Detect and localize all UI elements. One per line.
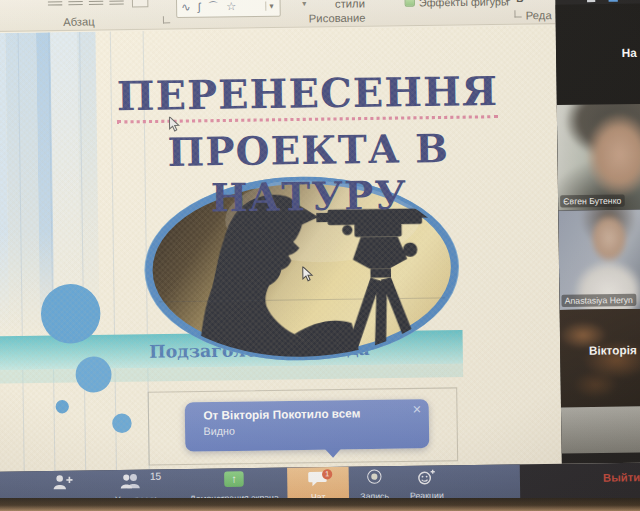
arrange-dropdown-icon[interactable]: ▾ — [302, 0, 306, 8]
drawing-dialog-launcher-icon[interactable] — [163, 16, 170, 23]
leave-meeting-button[interactable]: Выйти — [603, 471, 640, 484]
video-tile[interactable]: Євген Бутенко — [557, 104, 640, 211]
up-arrow-icon: ↑ — [231, 472, 237, 484]
share-screen-icon: ↑ — [224, 471, 244, 487]
select-cursor-icon[interactable]: ⊳ — [505, 0, 514, 4]
chat-notification-popup[interactable]: От Вікторія Покотило всем Видно ✕ — [185, 399, 430, 452]
slide-title-line1[interactable]: ПЕРЕНЕСЕННЯ — [116, 67, 498, 124]
shape-glyphs-icon: ∿ ʃ ⌒ ☆ — [181, 0, 238, 15]
more-icon[interactable]: ⋯ — [627, 0, 637, 1]
reactions-smiley-icon — [416, 469, 437, 487]
drawing-group-label: Рисование — [296, 11, 378, 24]
chat-unread-badge: 1 — [322, 469, 332, 479]
shape-effects-icon — [405, 0, 415, 7]
mouse-cursor-icon — [168, 116, 181, 133]
chat-notification-sender: От Вікторія Покотило всем — [203, 407, 404, 422]
screen-glare — [561, 406, 640, 453]
minimize-icon[interactable]: – — [567, 0, 573, 3]
shapes-gallery[interactable]: ∿ ʃ ⌒ ☆ ▾ — [176, 0, 281, 18]
align-left-icon[interactable] — [48, 0, 62, 6]
decor-circle-small2 — [112, 413, 132, 433]
align-right-icon[interactable] — [89, 0, 103, 5]
video-tile-camera-off[interactable]: На — [555, 3, 640, 105]
invite-person-icon — [51, 474, 74, 491]
participants-icon — [119, 473, 144, 490]
notification-tail — [325, 448, 342, 457]
participants-count: 15 — [150, 470, 162, 481]
slide-title-line2[interactable]: ПРОЕКТА В НАТУРУ — [72, 124, 545, 223]
laptop-bezel — [0, 498, 640, 511]
decor-circle-small — [55, 400, 69, 414]
video-tile[interactable]: Вікторія П Windows ⌄ — [560, 309, 640, 408]
participant-name: На — [622, 47, 637, 60]
text-direction-icon[interactable] — [132, 0, 149, 7]
photo-of-screen: ∿ ʃ ⌒ ☆ ▾ ▾ стили Эффекты фигуры ▾ ⊳ В А… — [0, 0, 640, 511]
participant-name: Вікторія П — [589, 344, 640, 357]
participant-name: Євген Бутенко — [560, 194, 624, 207]
quick-styles-label[interactable]: стили — [335, 0, 365, 10]
editing-dialog-launcher-icon[interactable] — [514, 10, 521, 17]
gallery-more-icon[interactable]: ▾ — [265, 1, 275, 10]
select-letter: В — [516, 0, 524, 4]
layout-icon[interactable] — [608, 0, 617, 2]
maximize-icon[interactable] — [587, 0, 595, 2]
mouse-cursor-icon — [302, 266, 315, 283]
video-tile[interactable]: Anastasiya Heryn — [558, 209, 640, 310]
paragraph-group-label: Абзац — [50, 15, 108, 28]
shape-effects-caret-icon[interactable]: ▾ — [497, 0, 501, 4]
chat-notification-message: Видно — [203, 422, 404, 437]
decor-circle-medium — [75, 356, 111, 392]
template-stripe — [5, 32, 40, 340]
record-icon — [367, 469, 382, 484]
participant-name: Anastasiya Heryn — [561, 294, 636, 307]
shape-effects-button[interactable]: Эффекты фигуры — [419, 0, 509, 9]
zoom-participants-sidebar: – ⋯ На Євген Бутенко Anastasiya Heryn — [555, 0, 640, 464]
laptop-screen: ∿ ʃ ⌒ ☆ ▾ ▾ стили Эффекты фигуры ▾ ⊳ В А… — [0, 0, 640, 511]
align-center-icon[interactable] — [68, 0, 82, 5]
justify-icon[interactable] — [109, 0, 123, 5]
close-icon[interactable]: ✕ — [412, 403, 422, 416]
